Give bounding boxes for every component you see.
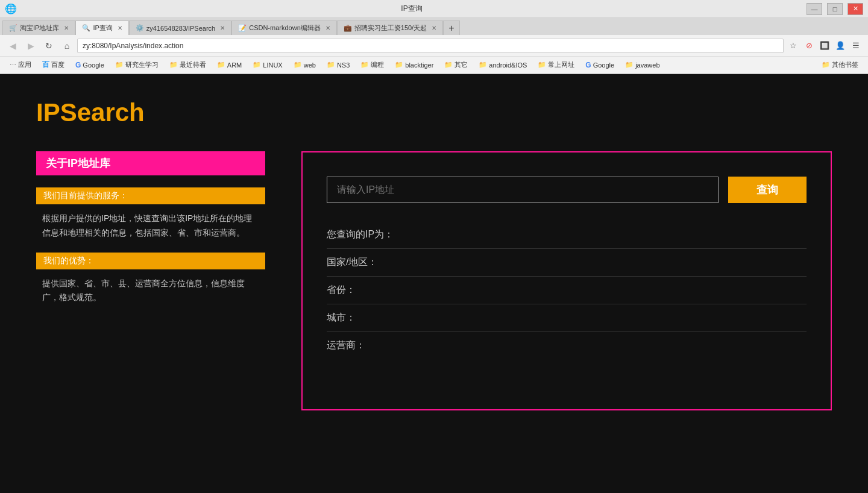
- bookmark-android-label: android&IOS: [489, 61, 527, 69]
- bookmark-ns3[interactable]: 📁 NS3: [322, 58, 354, 72]
- folder-others-icon: 📁: [822, 61, 830, 69]
- bookmark-grad[interactable]: 📁 研究生学习: [110, 58, 163, 72]
- tab-label-github: zy416548283/IPSearch: [146, 25, 215, 32]
- bookmark-apps[interactable]: ⋯ 应用: [5, 58, 36, 72]
- browser-chrome: 🌐 IP查询 — □ ✕ 🛒 淘宝IP地址库 ✕ 🔍 IP查询 ✕ ⚙️ zy4…: [0, 0, 868, 74]
- result-country-row: 国家/地区：: [327, 249, 807, 277]
- bookmark-other-label: 其它: [454, 60, 468, 69]
- tab-close-csdn[interactable]: ✕: [326, 25, 330, 31]
- tab-taobao[interactable]: 🛒 淘宝IP地址库 ✕: [2, 20, 75, 35]
- maximize-button[interactable]: □: [827, 3, 843, 15]
- refresh-button[interactable]: ↻: [41, 38, 57, 54]
- bookmark-linux-label: LINUX: [263, 61, 282, 69]
- left-panel: 关于IP地址库 我们目前提供的服务： 根据用户提供的IP地址，快速查询出该IP地…: [36, 151, 265, 305]
- title-bar-title: IP查询: [401, 4, 422, 14]
- result-province-label: 省份：: [327, 284, 356, 295]
- folder-android-icon: 📁: [479, 61, 487, 69]
- bookmark-coding[interactable]: 📁 编程: [356, 58, 389, 72]
- bookmark-javaweb[interactable]: 📁 javaweb: [620, 58, 664, 72]
- baidu-icon: 百: [42, 60, 49, 70]
- folder-recent-icon: 📁: [169, 61, 178, 69]
- tab-close-github[interactable]: ✕: [220, 25, 225, 31]
- result-isp-label: 运营商：: [327, 340, 365, 350]
- address-bar[interactable]: [77, 39, 784, 53]
- back-button[interactable]: ◀: [5, 38, 20, 54]
- tab-label-csdn: CSDN-markdown编辑器: [249, 24, 321, 33]
- tab-favicon-csdn: 📝: [238, 24, 247, 33]
- folder-blacktiger-icon: 📁: [395, 61, 403, 69]
- bookmark-google1[interactable]: G Google: [71, 58, 109, 72]
- app-title: IPSearch: [36, 98, 832, 127]
- tab-close-jobs[interactable]: ✕: [432, 25, 436, 31]
- title-bar-left: 🌐: [5, 3, 17, 15]
- window-icon: 🌐: [5, 3, 17, 15]
- folder-coding-icon: 📁: [360, 61, 369, 69]
- advantage-header: 我们的优势：: [36, 253, 265, 269]
- user-icon[interactable]: 👤: [833, 39, 848, 53]
- bookmark-blacktiger[interactable]: 📁 blacktiger: [390, 58, 438, 72]
- bookmark-arm-label: ARM: [227, 61, 242, 69]
- bookmarks-bar: ⋯ 应用 百 百度 G Google 📁 研究生学习 📁 最近待看 📁 ARM …: [0, 57, 868, 74]
- bookmark-recent[interactable]: 📁 最近待看: [165, 58, 211, 72]
- bookmark-linux[interactable]: 📁 LINUX: [248, 58, 287, 72]
- tab-favicon-taobao: 🛒: [9, 24, 17, 33]
- folder-common-icon: 📁: [538, 61, 546, 69]
- bookmark-other[interactable]: 📁 其它: [439, 58, 473, 72]
- ip-input[interactable]: [327, 177, 719, 203]
- tab-close-ipsearch[interactable]: ✕: [118, 25, 122, 31]
- menu-icon[interactable]: ☰: [849, 39, 863, 53]
- tab-csdn[interactable]: 📝 CSDN-markdown编辑器 ✕: [231, 20, 337, 35]
- tab-bar: 🛒 淘宝IP地址库 ✕ 🔍 IP查询 ✕ ⚙️ zy416548283/IPSe…: [0, 18, 868, 35]
- page-content: IPSearch 关于IP地址库 我们目前提供的服务： 根据用户提供的IP地址，…: [0, 74, 868, 493]
- bookmark-common-label: 常上网址: [548, 60, 574, 69]
- bookmark-web-label: web: [304, 61, 316, 69]
- tab-label-ipsearch: IP查询: [93, 24, 112, 33]
- bookmark-baidu-label: 百度: [51, 60, 64, 69]
- bookmark-google2[interactable]: G Google: [580, 58, 619, 72]
- tab-favicon-jobs: 💼: [344, 24, 352, 33]
- tab-github[interactable]: ⚙️ zy416548283/IPSearch ✕: [129, 20, 231, 35]
- bookmark-common[interactable]: 📁 常上网址: [533, 58, 579, 72]
- folder-other-icon: 📁: [444, 61, 453, 69]
- tab-ipsearch[interactable]: 🔍 IP查询 ✕: [75, 20, 128, 35]
- search-button[interactable]: 查询: [728, 177, 807, 203]
- bookmark-coding-label: 编程: [371, 60, 384, 69]
- advantage-text: 提供国家、省、市、县、运营商全方位信息，信息维度广，格式规范。: [36, 277, 265, 306]
- folder-linux-icon: 📁: [253, 61, 261, 69]
- result-isp-row: 运营商：: [327, 332, 807, 359]
- nav-icons-right: ☆ ⊘ 🔲 👤 ☰: [786, 39, 863, 53]
- bookmark-star-icon[interactable]: ☆: [786, 39, 800, 53]
- google1-icon: G: [75, 61, 81, 69]
- bookmark-android[interactable]: 📁 android&IOS: [474, 58, 532, 72]
- close-button[interactable]: ✕: [848, 3, 863, 15]
- tab-favicon-ipsearch: 🔍: [82, 24, 90, 33]
- title-bar-controls: — □ ✕: [807, 3, 863, 15]
- service-header: 我们目前提供的服务：: [36, 187, 265, 204]
- adblock-icon[interactable]: ⊘: [802, 39, 816, 53]
- folder-grad-icon: 📁: [115, 61, 124, 69]
- forward-button[interactable]: ▶: [23, 38, 39, 54]
- folder-web-icon: 📁: [294, 61, 302, 69]
- bookmark-web[interactable]: 📁 web: [289, 58, 321, 72]
- section-title: 关于IP地址库: [36, 151, 265, 175]
- result-country-label: 国家/地区：: [327, 257, 377, 267]
- apps-icon: ⋯: [10, 61, 16, 69]
- search-row: 查询: [327, 177, 807, 203]
- result-city-label: 城市：: [327, 312, 356, 322]
- nav-bar: ◀ ▶ ↻ ⌂ ☆ ⊘ 🔲 👤 ☰: [0, 35, 868, 57]
- minimize-button[interactable]: —: [807, 3, 822, 15]
- bookmark-baidu[interactable]: 百 百度: [37, 58, 69, 72]
- bookmark-google2-label: Google: [593, 61, 614, 69]
- tab-close-taobao[interactable]: ✕: [64, 25, 69, 31]
- tab-jobs[interactable]: 💼 招聘实习生工资150/天起 ✕: [337, 20, 443, 35]
- bookmark-ns3-label: NS3: [337, 61, 350, 69]
- bookmark-others[interactable]: 📁 其他书签: [817, 58, 863, 72]
- home-button[interactable]: ⌂: [59, 38, 75, 54]
- result-section: 您查询的IP为： 国家/地区： 省份： 城市： 运营商：: [327, 221, 807, 359]
- tab-label-taobao: 淘宝IP地址库: [20, 24, 59, 33]
- title-bar: 🌐 IP查询 — □ ✕: [0, 0, 868, 18]
- extension-icon[interactable]: 🔲: [817, 39, 832, 53]
- bookmark-arm[interactable]: 📁 ARM: [212, 58, 247, 72]
- main-layout: 关于IP地址库 我们目前提供的服务： 根据用户提供的IP地址，快速查询出该IP地…: [36, 151, 832, 410]
- tab-new[interactable]: +: [443, 20, 460, 35]
